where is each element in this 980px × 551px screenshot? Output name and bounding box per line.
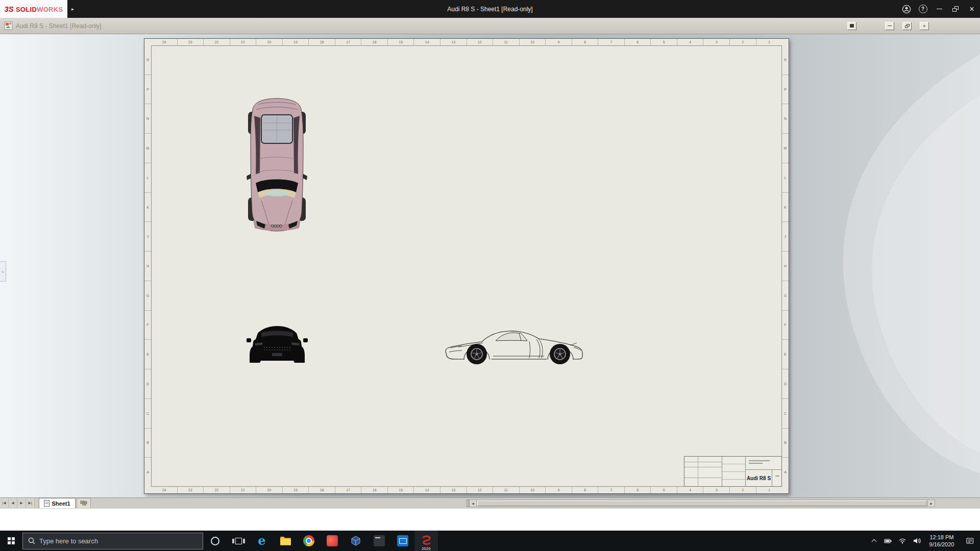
zone-label: 7	[598, 39, 624, 45]
sheet-nav-next-button[interactable]: ▶	[17, 498, 26, 508]
taskbar-edge[interactable]: e	[250, 531, 274, 551]
zone-label: N	[144, 104, 151, 133]
zone-label: 12	[467, 487, 493, 493]
tray-battery[interactable]	[881, 531, 895, 551]
brand-text: SOLIDWORKS	[16, 5, 63, 14]
horizontal-scrollbar[interactable]: ◀ ▶	[467, 499, 935, 507]
child-maximize-button[interactable]	[847, 22, 856, 30]
zone-label: 1	[756, 39, 782, 45]
child-restore-button[interactable]	[902, 22, 912, 30]
search-input[interactable]	[39, 537, 198, 545]
drawing-sheet[interactable]: 242322212019181716151413121110987654321 …	[144, 38, 789, 494]
taskbar-cortana[interactable]	[203, 531, 227, 551]
tray-volume[interactable]	[910, 531, 924, 551]
close-button[interactable]: ×	[964, 0, 980, 18]
tray-clock[interactable]: 12:18 PM 9/16/2020	[924, 534, 960, 548]
scrollbar-thumb[interactable]	[477, 500, 927, 506]
zone-label: A	[144, 457, 151, 487]
solidworks-logo[interactable]: 3S SOLIDWORKS	[0, 0, 67, 18]
sheet-nav-first-button[interactable]: |◀	[0, 498, 9, 508]
sheet-icon	[44, 500, 50, 507]
zone-label: 14	[413, 487, 440, 493]
zone-label: 15	[387, 487, 414, 493]
blue-app-icon	[397, 535, 408, 546]
scrollbar-track[interactable]	[477, 499, 927, 507]
solidworks-app-icon	[420, 535, 432, 547]
zone-label: G	[782, 281, 789, 310]
zone-label: 13	[440, 39, 467, 45]
user-icon	[902, 5, 911, 14]
taskbar-chrome[interactable]	[297, 531, 321, 551]
zone-label: 2	[729, 487, 756, 493]
app-titlebar: 3S SOLIDWORKS ▸ Audi R8 S - Sheet1 [Read…	[0, 0, 980, 18]
zone-label: 17	[335, 487, 361, 493]
menu-flyout-arrow-icon[interactable]: ▸	[71, 6, 74, 12]
maximize-icon	[850, 24, 854, 28]
scroll-left-button[interactable]: ◀	[469, 499, 477, 507]
tray-expand-button[interactable]	[867, 531, 881, 551]
tray-action-center[interactable]	[960, 531, 980, 551]
zone-label: 9	[545, 487, 572, 493]
start-button[interactable]	[0, 531, 22, 551]
drawing-view-front[interactable]	[246, 324, 309, 365]
speaker-icon	[913, 537, 921, 544]
zone-label: 1	[756, 487, 782, 493]
zone-label: 20	[256, 487, 282, 493]
zone-ruler-right: RPNMLKJHGFEDCBA	[782, 45, 789, 487]
sheet-number-cell	[772, 470, 781, 486]
close-icon: ×	[969, 5, 974, 13]
taskbar-app-red[interactable]	[321, 531, 344, 551]
zone-label: D	[144, 369, 151, 398]
feature-tree-collapse-tab[interactable]: ‹	[0, 261, 6, 282]
tab-sheet1[interactable]: Sheet1	[39, 498, 76, 508]
action-center-icon	[966, 537, 974, 544]
zone-label: R	[782, 45, 789, 74]
taskbar-app-blue[interactable]	[391, 531, 414, 551]
taskbar-app-dark[interactable]	[368, 531, 391, 551]
cortana-icon	[211, 537, 219, 545]
child-minimize-button[interactable]	[885, 22, 894, 30]
restore-icon	[952, 6, 959, 12]
zone-label: 14	[413, 39, 440, 45]
zone-label: N	[782, 104, 789, 133]
child-close-button[interactable]: ×	[920, 22, 929, 30]
minimize-button[interactable]	[931, 0, 947, 18]
sheet-options-tab[interactable]	[77, 498, 91, 508]
scroll-right-button[interactable]: ▶	[927, 499, 935, 507]
zone-label: H	[782, 251, 789, 281]
zone-label: 10	[519, 487, 546, 493]
zone-label: 11	[493, 487, 519, 493]
zone-label: 6	[624, 39, 651, 45]
zone-label: 13	[440, 487, 467, 493]
zone-label: 3	[703, 487, 729, 493]
zone-label: L	[144, 163, 151, 192]
graphics-area[interactable]: ‹ 24232221201918171615141312111098765432…	[0, 34, 980, 497]
zone-ruler-bottom: 242322212019181716151413121110987654321	[151, 487, 782, 493]
clock-date: 9/16/2020	[924, 541, 960, 548]
drawing-view-top[interactable]	[246, 97, 308, 233]
taskbar-app-cube[interactable]	[344, 531, 368, 551]
zone-label: 24	[151, 487, 177, 493]
zone-label: 21	[230, 487, 256, 493]
zone-label: 15	[387, 39, 414, 45]
zone-label: 16	[361, 39, 387, 45]
taskbar-search[interactable]	[22, 533, 203, 549]
zone-label: R	[144, 45, 151, 74]
zone-ruler-top: 242322212019181716151413121110987654321	[151, 39, 782, 45]
zone-label: P	[782, 74, 789, 104]
sheet-nav-last-button[interactable]: ▶|	[26, 498, 35, 508]
drawing-doc-icon	[4, 21, 13, 30]
zone-label: 8	[572, 487, 598, 493]
sheet-nav-prev-button[interactable]: ◀	[9, 498, 17, 508]
taskbar-file-explorer[interactable]	[274, 531, 297, 551]
help-button[interactable]: ?	[915, 0, 931, 18]
zone-label: 4	[677, 487, 703, 493]
zone-label: J	[144, 221, 151, 251]
taskbar-solidworks[interactable]: 2020	[414, 531, 438, 551]
tray-network[interactable]	[895, 531, 910, 551]
drawing-view-side[interactable]	[444, 325, 585, 366]
taskbar-task-view[interactable]	[227, 531, 250, 551]
drawing-info-cell	[746, 457, 781, 470]
account-button[interactable]	[898, 0, 915, 18]
restore-button[interactable]	[947, 0, 964, 18]
